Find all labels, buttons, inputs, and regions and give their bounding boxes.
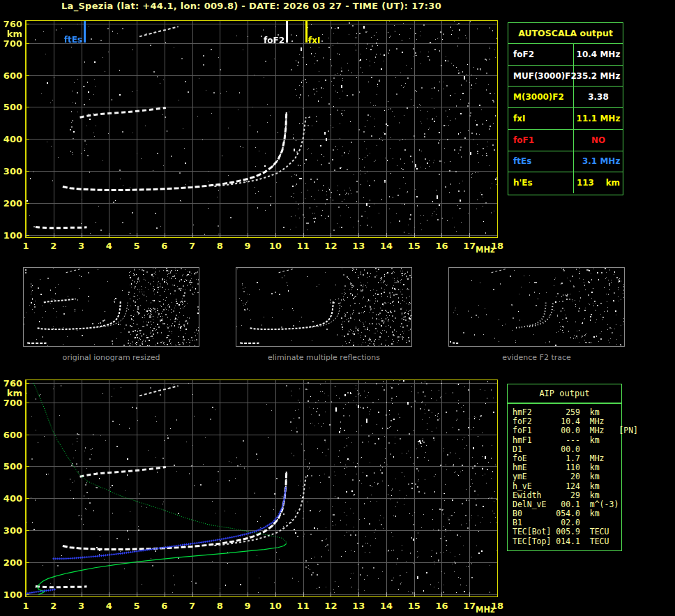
top-ionogram-canvas	[26, 21, 497, 237]
x-tick-label-top: 14	[379, 241, 394, 251]
aip-row: h_vE 124 km	[508, 481, 621, 490]
autoscala-row: ftEs 3.1 MHz	[508, 151, 623, 173]
autoscala-row-value: 11.1 MHz	[574, 108, 623, 129]
autoscala-row-label: ftEs	[508, 151, 574, 172]
autoscala-row-value: 10.4 MHz	[574, 44, 623, 65]
y-tick-label-top: 500	[1, 102, 22, 112]
x-tick-label-bottom: 6	[157, 601, 172, 611]
ftEs-marker-label: ftEs	[63, 35, 82, 45]
autoscala-row-value: 35.2 MHz	[574, 66, 623, 87]
bottom-ionogram-plot	[25, 380, 498, 597]
x-tick-label-bottom: 17	[462, 601, 477, 611]
aip-row: foE 1.7 MHz	[508, 453, 621, 463]
y-tick-label-bottom: 300	[1, 525, 22, 536]
aip-row: TEC[Top] 014.1 TECU	[508, 536, 621, 546]
x-tick-label-bottom: 7	[185, 601, 200, 611]
x-tick-label-bottom: 4	[101, 601, 116, 611]
autoscala-row-label: h'Es	[508, 172, 574, 193]
x-tick-label-top: 2	[46, 241, 61, 251]
autoscala-row: MUF(3000)F235.2 MHz	[508, 66, 623, 87]
y-tick-label-bottom: 700	[1, 398, 22, 408]
y-tick-label-top: 300	[1, 166, 22, 176]
y-tick-label-top: 400	[1, 134, 22, 144]
x-tick-label-bottom: 5	[129, 601, 144, 611]
x-tick-label-bottom: 1	[18, 601, 33, 611]
autoscala-row-label: foF1	[508, 130, 574, 151]
top-ionogram-plot	[25, 20, 498, 238]
x-tick-label-top: 11	[296, 241, 311, 251]
autoscala-row-label: fxI	[508, 108, 574, 129]
aip-row: hmF2 259 km	[508, 407, 621, 416]
autoscala-row: h'Es113 km	[508, 172, 623, 193]
thumbnail-eliminate-reflections	[236, 267, 412, 347]
aip-output-table: AIP output hmF2 259 km foF2 10.4 MHz foF…	[507, 384, 622, 551]
y-tick-label-bottom: 500	[1, 461, 22, 472]
y-tick-label-bottom: 600	[1, 430, 22, 440]
aip-row: hmF1 --- km	[508, 435, 621, 444]
thumbnail-canvas-eliminate	[236, 268, 411, 346]
autoscala-row: foF1NO	[508, 130, 623, 151]
thumbnail-original-ionogram	[23, 267, 199, 347]
x-tick-label-top: 3	[74, 241, 89, 251]
x-tick-label-bottom: 9	[240, 601, 255, 611]
y-tick-label-top: 100	[1, 230, 22, 241]
thumbnail-caption-evidence: evidence F2 trace	[448, 353, 625, 362]
y-tick-label-top: 200	[1, 198, 22, 209]
x-tick-label-top: 15	[407, 241, 422, 251]
autoscala-row: M(3000)F23.38	[508, 87, 623, 108]
autoscala-output-table: AUTOSCALA output foF210.4 MHzMUF(3000)F2…	[508, 22, 623, 195]
autoscala-row-value: 113 km	[574, 172, 623, 193]
autoscala-screen: La_Spezia (lat: +44.1, lon: 009.8) - DAT…	[0, 0, 675, 616]
x-tick-label-top: 5	[129, 241, 144, 251]
aip-row: D1 00.0	[508, 444, 621, 453]
thumbnail-caption-original: original ionogram resized	[23, 353, 199, 362]
aip-table-header: AIP output	[508, 384, 621, 403]
aip-row: B1 02.0	[508, 518, 621, 527]
x-tick-label-bottom: 15	[407, 601, 422, 611]
title-bar: La_Spezia (lat: +44.1, lon: 009.8) - DAT…	[61, 1, 441, 11]
x-tick-label-bottom: 10	[268, 601, 283, 611]
x-tick-label-bottom: 14	[379, 601, 394, 611]
x-tick-label-top: 6	[157, 241, 172, 251]
x-tick-label-top: 1	[18, 241, 33, 251]
thumbnail-canvas-original	[24, 268, 199, 346]
autoscala-table-header: AUTOSCALA output	[508, 23, 623, 44]
x-tick-label-bottom: 12	[323, 601, 338, 611]
autoscala-row-label: M(3000)F2	[508, 87, 574, 107]
y-tick-label-bottom: 760	[1, 378, 22, 389]
x-tick-label-top: 4	[101, 241, 116, 251]
aip-table-rows: hmF2 259 km foF2 10.4 MHz foF1 00.0 MHz …	[508, 404, 621, 546]
x-tick-label-top: 12	[323, 241, 338, 251]
y-tick-label-bottom: 100	[1, 589, 22, 600]
aip-row: B0 054.0 km	[508, 509, 621, 518]
foF2-marker-label: foF2	[264, 36, 285, 45]
thumbnail-canvas-evidence	[449, 268, 624, 346]
y-tick-label-top: 700	[1, 38, 22, 49]
autoscala-table-rows: foF210.4 MHzMUF(3000)F235.2 MHzM(3000)F2…	[508, 44, 623, 193]
x-tick-label-bottom: 18	[490, 601, 505, 611]
x-tick-label-top: 8	[212, 241, 227, 251]
x-tick-label-bottom: 2	[46, 601, 61, 611]
x-tick-label-top: 10	[268, 241, 283, 251]
aip-row: TEC[Bot] 005.9 TECU	[508, 527, 621, 536]
aip-row: hmE 110 km	[508, 463, 621, 472]
y-tick-label-bottom: 400	[1, 493, 22, 504]
bottom-ionogram-canvas	[26, 380, 497, 596]
aip-row: foF2 10.4 MHz	[508, 416, 621, 426]
autoscala-row-label: foF2	[508, 44, 574, 65]
y-tick-label-top: 600	[1, 70, 22, 81]
x-tick-label-top: 7	[185, 241, 200, 251]
x-tick-label-top: 9	[240, 241, 255, 251]
autoscala-row-label: MUF(3000)F2	[508, 66, 574, 87]
aip-row: ymE 20 km	[508, 472, 621, 481]
thumbnail-evidence-f2	[448, 267, 625, 347]
x-tick-label-bottom: 16	[434, 601, 449, 611]
x-tick-label-top: 17	[462, 241, 477, 251]
x-tick-label-bottom: 3	[74, 601, 89, 611]
x-tick-label-bottom: 11	[296, 601, 311, 611]
autoscala-row: foF210.4 MHz	[508, 44, 623, 66]
x-tick-label-top: 18	[490, 241, 505, 251]
aip-row: foF1 00.0 MHz [PN]	[508, 426, 621, 435]
thumbnail-caption-eliminate: eliminate multiple reflections	[236, 353, 412, 362]
autoscala-row-value: NO	[574, 130, 623, 151]
